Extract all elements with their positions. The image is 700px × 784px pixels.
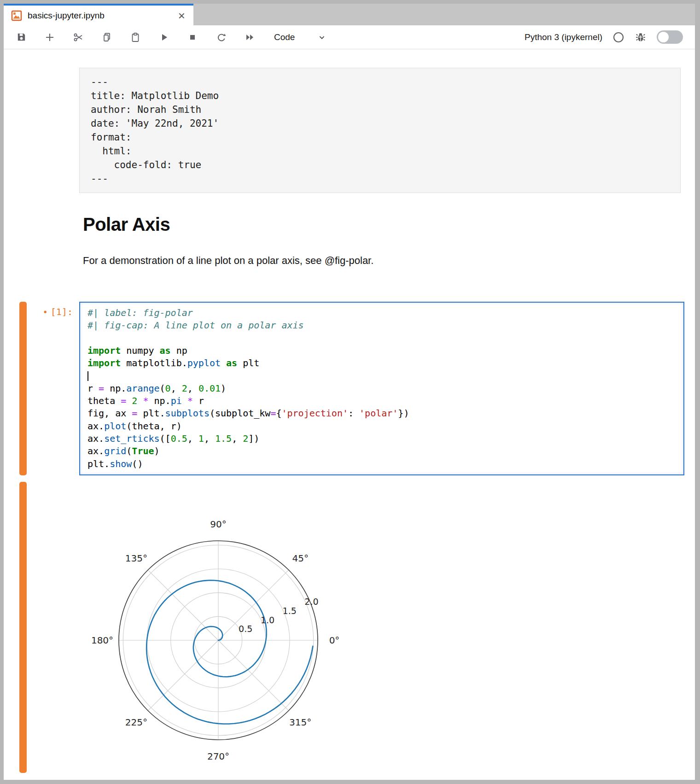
markdown-paragraph: For a demonstration of a line plot on a … (83, 254, 695, 268)
bug-icon[interactable] (635, 31, 647, 43)
raw-cell-text: ---title: Matplotlib Demoauthor: Norah S… (91, 75, 669, 186)
paste-button[interactable] (130, 32, 141, 43)
run-all-button[interactable] (244, 32, 255, 43)
notebook-content: ---title: Matplotlib Demoauthor: Norah S… (4, 49, 695, 779)
svg-text:1.5: 1.5 (283, 606, 297, 616)
cut-button[interactable] (73, 32, 84, 43)
save-button[interactable] (16, 32, 27, 43)
jupyterlab-window: basics-jupyter.ipynb × (4, 4, 695, 780)
cell-type-label: Code (274, 32, 295, 42)
svg-text:0°: 0° (329, 635, 340, 646)
svg-text:270°: 270° (207, 751, 229, 762)
run-button[interactable] (158, 32, 169, 43)
tab-title: basics-jupyter.ipynb (28, 11, 176, 21)
output-cell: 0°45°90°135°180°225°270°315°0.51.01.52.0 (4, 482, 695, 773)
stop-button[interactable] (187, 32, 198, 43)
polar-plot: 0°45°90°135°180°225°270°315°0.51.01.52.0 (80, 511, 356, 769)
toggle-knob (658, 32, 669, 42)
svg-text:90°: 90° (210, 519, 226, 530)
simple-mode-toggle[interactable] (657, 30, 683, 44)
cell-type-dropdown[interactable]: Code (274, 32, 327, 42)
code-cell: •[1]: #| label: fig-polar#| fig-cap: A l… (4, 302, 695, 475)
input-collapser[interactable] (19, 302, 27, 475)
insert-cell-button[interactable] (44, 32, 55, 43)
svg-text:315°: 315° (289, 717, 311, 728)
markdown-heading: Polar Axis (83, 213, 695, 235)
svg-text:45°: 45° (292, 553, 308, 564)
svg-text:2.0: 2.0 (304, 597, 318, 607)
execution-prompt: •[1]: (27, 302, 79, 475)
output-collapser[interactable] (19, 482, 27, 773)
close-icon[interactable]: × (176, 10, 187, 22)
svg-text:135°: 135° (125, 553, 147, 564)
notebook-toolbar: Code Python 3 (ipykernel) (4, 25, 695, 49)
tab-bar: basics-jupyter.ipynb × (4, 4, 695, 25)
notebook-file-icon (11, 10, 22, 21)
tab-basics-jupyter[interactable]: basics-jupyter.ipynb × (4, 4, 193, 25)
raw-cell-yaml[interactable]: ---title: Matplotlib Demoauthor: Norah S… (79, 68, 681, 193)
svg-text:1.0: 1.0 (261, 615, 274, 625)
code-editor[interactable]: #| label: fig-polar#| fig-cap: A line pl… (79, 302, 684, 475)
svg-text:180°: 180° (91, 635, 113, 646)
svg-text:225°: 225° (125, 717, 147, 728)
prompt-number: [1]: (51, 306, 73, 317)
svg-text:0.5: 0.5 (239, 624, 252, 634)
modified-dot: • (44, 307, 47, 317)
kernel-name[interactable]: Python 3 (ipykernel) (525, 32, 602, 42)
restart-kernel-button[interactable] (216, 32, 227, 43)
copy-button[interactable] (101, 32, 112, 43)
kernel-idle-icon (612, 31, 624, 43)
chevron-down-icon (317, 32, 327, 42)
output-area: 0°45°90°135°180°225°270°315°0.51.01.52.0 (27, 482, 356, 771)
